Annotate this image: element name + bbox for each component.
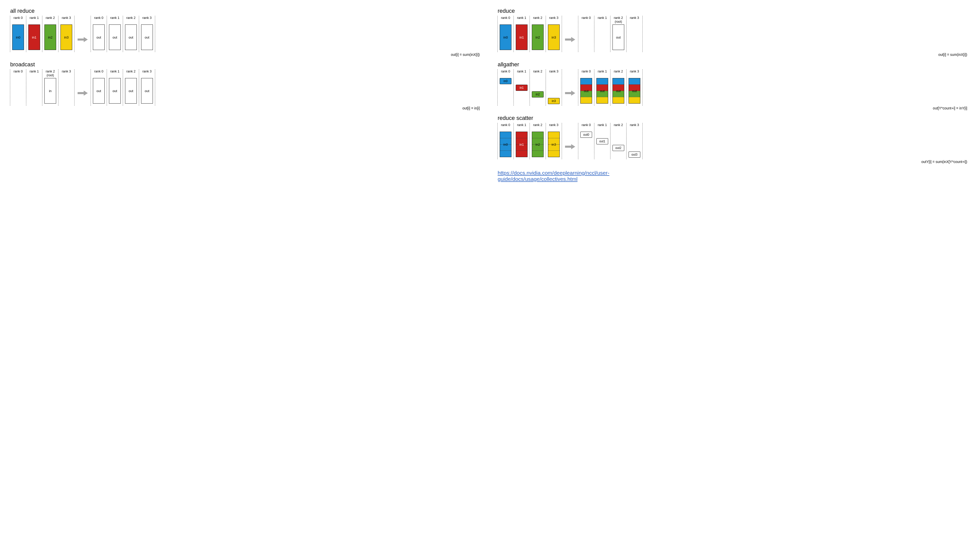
formula-broadcast: out[i] = in[i] (10, 106, 482, 110)
reducescatter-inputs: rank 0in0 rank 1in1 rank 2in2 rank 3in3 (498, 123, 562, 159)
out-box: out (125, 78, 137, 103)
title-reducescatter: reduce scatter (498, 115, 970, 121)
in3-box: in3 (60, 24, 72, 50)
out1-chunk: out1 (597, 138, 608, 144)
in2-box: in2 (45, 24, 56, 50)
title-reduce: reduce (498, 8, 970, 14)
in0-box: in0 (12, 24, 24, 50)
in2-chunk: in2 (532, 91, 544, 97)
in2-seg: in2 (532, 132, 544, 157)
out-box: out (93, 24, 105, 50)
formula-allreduce: out[i] = sum(inX[i]) (10, 52, 482, 57)
broadcast-inputs: rank 0 rank 1 rank 2(root)in rank 3 (10, 69, 75, 106)
arrow-icon (78, 91, 88, 96)
allgather-outputs: rank 0out rank 1out rank 2out rank 3out (578, 69, 643, 106)
in1-box: in1 (28, 24, 40, 50)
reduce-outputs: rank 0 rank 1 rank 2(root)out rank 3 (578, 16, 643, 52)
allreduce-outputs: rank 0out rank 1out rank 2out rank 3out (91, 16, 155, 52)
out2-chunk: out2 (612, 145, 624, 151)
arrow-icon (565, 144, 575, 149)
out-box: out (109, 78, 121, 103)
in3-box: in3 (548, 24, 560, 50)
out-box: out (125, 24, 137, 50)
svg-marker-1 (78, 91, 88, 96)
in1-box: in1 (516, 24, 528, 50)
out-stack: out (628, 78, 640, 103)
svg-marker-3 (565, 91, 575, 96)
out-box: out (612, 24, 624, 50)
in0-box: in0 (500, 24, 511, 50)
in-box: in (45, 78, 56, 103)
section-allgather: allgather rank 0in0 rank 1in1 rank 2in2 … (498, 61, 970, 110)
out-box: out (141, 24, 153, 50)
svg-marker-4 (565, 144, 575, 149)
formula-reduce: out[i] = sum(inX[i]) (498, 52, 970, 57)
title-allgather: allgather (498, 61, 970, 68)
source-link[interactable]: https://docs.nvidia.com/deeplearning/ncc… (498, 170, 970, 182)
in0-seg: in0 (500, 132, 511, 157)
in1-chunk: in1 (516, 85, 528, 91)
out-stack: out (612, 78, 624, 103)
out-box: out (109, 24, 121, 50)
out3-chunk: out3 (628, 151, 640, 158)
formula-reducescatter: outY[i] = sum(inX[Y*count+i]) (498, 160, 970, 164)
nccl-docs-link[interactable]: https://docs.nvidia.com/deeplearning/ncc… (498, 170, 609, 182)
svg-marker-2 (565, 37, 575, 42)
arrow-icon (565, 37, 575, 42)
svg-marker-0 (78, 37, 88, 42)
section-reduce: reduce rank 0in0 rank 1in1 rank 2in2 ran… (498, 8, 970, 57)
out-box: out (93, 78, 105, 103)
in0-chunk: in0 (500, 78, 511, 84)
formula-allgather: out[Y*count+i] = inY[i] (498, 106, 970, 110)
in3-chunk: in3 (548, 98, 560, 104)
reducescatter-outputs: rank 0out0 rank 1out1 rank 2out2 rank 3o… (578, 123, 643, 159)
title-broadcast: broadcast (10, 61, 482, 68)
out-box: out (141, 78, 153, 103)
in3-seg: in3 (548, 132, 560, 157)
allgather-inputs: rank 0in0 rank 1in1 rank 2in2 rank 3in3 (498, 69, 562, 106)
reduce-inputs: rank 0in0 rank 1in1 rank 2in2 rank 3in3 (498, 16, 562, 52)
out-stack: out (597, 78, 608, 103)
section-broadcast: broadcast rank 0 rank 1 rank 2(root)in r… (10, 61, 482, 110)
in1-seg: in1 (516, 132, 528, 157)
in2-box: in2 (532, 24, 544, 50)
section-allreduce: all reduce rank 0in0 rank 1in1 rank 2in2… (10, 8, 482, 57)
title-allreduce: all reduce (10, 8, 482, 14)
out-stack: out (580, 78, 592, 103)
out0-chunk: out0 (580, 132, 592, 138)
allreduce-inputs: rank 0in0 rank 1in1 rank 2in2 rank 3in3 (10, 16, 75, 52)
arrow-icon (78, 37, 88, 42)
broadcast-outputs: rank 0out rank 1out rank 2out rank 3out (91, 69, 155, 106)
section-reducescatter: reduce scatter rank 0in0 rank 1in1 rank … (498, 115, 970, 164)
arrow-icon (565, 91, 575, 96)
